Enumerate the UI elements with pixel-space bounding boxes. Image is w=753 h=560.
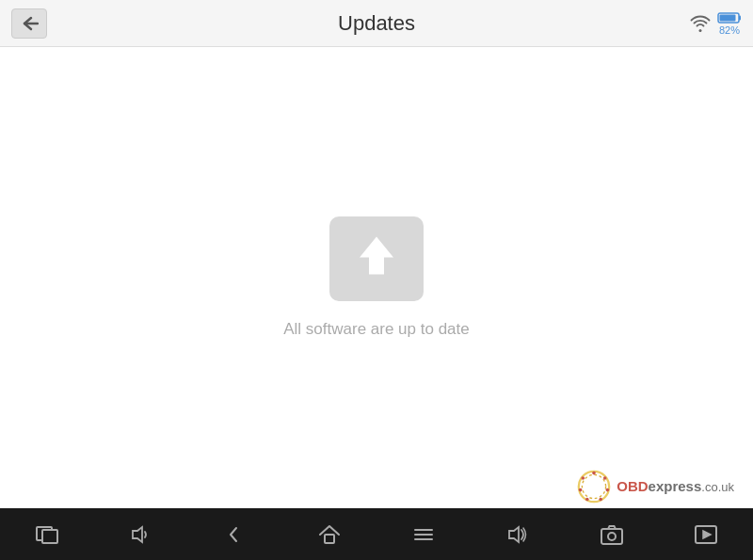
nav-volume-down[interactable]: [129, 522, 153, 547]
svg-point-13: [582, 476, 585, 480]
svg-marker-25: [703, 531, 711, 538]
watermark-logo-icon: [577, 470, 611, 504]
update-icon-wrapper: [329, 216, 424, 301]
bottom-nav-bar: [0, 508, 753, 560]
svg-point-12: [579, 488, 583, 492]
nav-volume-up[interactable]: [505, 522, 530, 547]
top-bar: Updates 82%: [0, 0, 753, 47]
top-right-status: 82%: [689, 11, 742, 36]
svg-point-7: [592, 472, 596, 475]
svg-rect-17: [325, 535, 334, 543]
wifi-icon: [689, 14, 712, 33]
nav-play[interactable]: [694, 522, 718, 547]
svg-rect-15: [42, 530, 57, 543]
main-content: All software are up to date: [0, 47, 753, 508]
upload-icon: [348, 231, 405, 287]
nav-back[interactable]: [223, 522, 248, 547]
status-message: All software are up to date: [283, 320, 470, 339]
svg-marker-16: [133, 527, 142, 542]
svg-rect-2: [739, 15, 741, 20]
battery-percent: 82%: [719, 24, 740, 36]
svg-marker-21: [509, 527, 519, 542]
watermark-brand-text: OBDexpress.co.uk: [617, 478, 734, 495]
nav-menu[interactable]: [411, 522, 436, 547]
svg-rect-3: [720, 14, 736, 21]
battery-container: 82%: [717, 11, 742, 36]
svg-point-23: [608, 533, 616, 540]
svg-point-5: [579, 472, 609, 502]
svg-point-9: [606, 488, 610, 492]
svg-marker-4: [360, 237, 393, 275]
svg-point-8: [603, 476, 607, 480]
svg-point-10: [600, 498, 603, 502]
nav-screenshot[interactable]: [35, 522, 59, 547]
watermark: OBDexpress.co.uk: [577, 470, 734, 504]
battery-icon: [717, 11, 742, 24]
svg-rect-22: [601, 529, 622, 544]
back-button[interactable]: [11, 8, 47, 39]
svg-point-6: [583, 474, 606, 498]
nav-home[interactable]: [317, 522, 342, 547]
back-arrow-icon: [20, 15, 39, 32]
page-title: Updates: [338, 11, 415, 36]
svg-point-11: [585, 498, 589, 502]
nav-camera[interactable]: [600, 522, 624, 547]
